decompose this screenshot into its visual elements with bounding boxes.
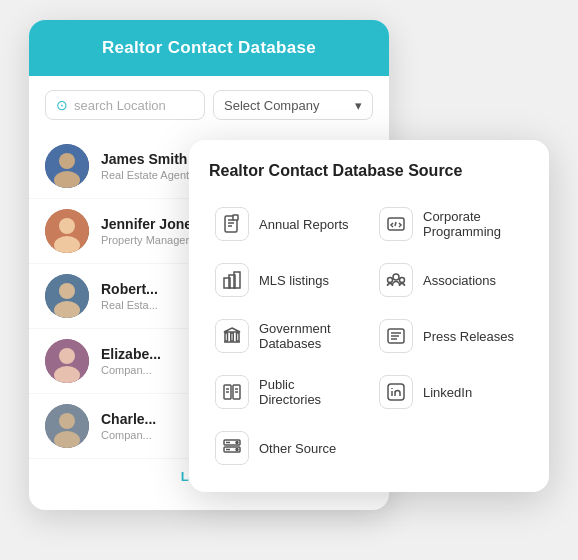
other-source-icon bbox=[215, 431, 249, 465]
source-item-associations[interactable]: Associations bbox=[373, 254, 529, 306]
public-directories-label: Public Directories bbox=[259, 377, 359, 407]
government-databases-label: Government Databases bbox=[259, 321, 359, 351]
press-releases-icon bbox=[379, 319, 413, 353]
source-item-government[interactable]: Government Databases bbox=[209, 310, 365, 362]
corporate-programming-icon bbox=[379, 207, 413, 241]
mls-listings-icon bbox=[215, 263, 249, 297]
svg-point-42 bbox=[236, 442, 238, 444]
public-directories-icon bbox=[215, 375, 249, 409]
search-location-box[interactable]: ⊙ search Location bbox=[45, 90, 205, 120]
source-item-corporate[interactable]: Corporate Programming bbox=[373, 198, 529, 250]
chevron-down-icon: ▾ bbox=[355, 98, 362, 113]
source-item-other[interactable]: Other Source bbox=[209, 422, 529, 474]
svg-rect-16 bbox=[233, 215, 238, 220]
source-grid: Annual Reports Corporate Programming bbox=[209, 198, 529, 474]
select-company-label: Select Company bbox=[224, 98, 319, 113]
source-item-annual[interactable]: Annual Reports bbox=[209, 198, 365, 250]
card-title: Realtor Contact Database bbox=[102, 38, 316, 57]
select-company-dropdown[interactable]: Select Company ▾ bbox=[213, 90, 373, 120]
other-source-label: Other Source bbox=[259, 441, 336, 456]
government-databases-icon bbox=[215, 319, 249, 353]
avatar bbox=[45, 209, 89, 253]
annual-reports-label: Annual Reports bbox=[259, 217, 349, 232]
mls-listings-label: MLS listings bbox=[259, 273, 329, 288]
annual-reports-icon bbox=[215, 207, 249, 241]
associations-icon bbox=[379, 263, 413, 297]
associations-label: Associations bbox=[423, 273, 496, 288]
svg-point-7 bbox=[59, 283, 75, 299]
source-item-linkedin[interactable]: LinkedIn bbox=[373, 366, 529, 418]
svg-point-4 bbox=[59, 218, 75, 234]
avatar bbox=[45, 274, 89, 318]
source-panel-title: Realtor Contact Database Source bbox=[209, 162, 529, 180]
svg-rect-25 bbox=[231, 333, 234, 341]
location-icon: ⊙ bbox=[56, 97, 68, 113]
svg-point-43 bbox=[236, 449, 238, 451]
search-row: ⊙ search Location Select Company ▾ bbox=[29, 76, 389, 130]
svg-rect-26 bbox=[237, 333, 240, 341]
corporate-programming-label: Corporate Programming bbox=[423, 209, 523, 239]
avatar bbox=[45, 404, 89, 448]
card-header: Realtor Contact Database bbox=[29, 20, 389, 76]
source-panel: Realtor Contact Database Source Annual R… bbox=[189, 140, 549, 492]
source-item-public[interactable]: Public Directories bbox=[209, 366, 365, 418]
svg-rect-35 bbox=[388, 384, 404, 400]
svg-point-23 bbox=[400, 278, 405, 283]
svg-point-22 bbox=[388, 278, 393, 283]
scene: Realtor Contact Database ⊙ search Locati… bbox=[29, 20, 549, 540]
press-releases-label: Press Releases bbox=[423, 329, 514, 344]
avatar bbox=[45, 339, 89, 383]
avatar bbox=[45, 144, 89, 188]
source-item-mls[interactable]: MLS listings bbox=[209, 254, 365, 306]
svg-rect-24 bbox=[225, 333, 228, 341]
search-location-placeholder: search Location bbox=[74, 98, 166, 113]
svg-point-10 bbox=[59, 348, 75, 364]
svg-point-1 bbox=[59, 153, 75, 169]
svg-point-13 bbox=[59, 413, 75, 429]
linkedin-source-icon bbox=[379, 375, 413, 409]
svg-point-21 bbox=[393, 274, 399, 280]
linkedin-label: LinkedIn bbox=[423, 385, 472, 400]
source-item-press[interactable]: Press Releases bbox=[373, 310, 529, 362]
